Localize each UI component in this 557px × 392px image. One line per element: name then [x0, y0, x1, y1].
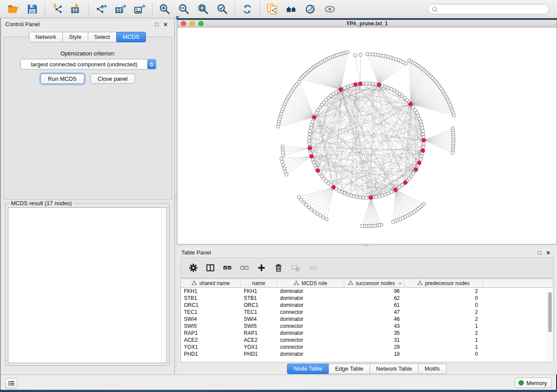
- mcds-tab-content: Optimization criterion: largest connecte…: [3, 37, 172, 200]
- table-toolbar-add-row-button[interactable]: [256, 263, 266, 273]
- search-icon: [432, 6, 438, 13]
- table-toolbar-deselect-all-button[interactable]: [239, 263, 249, 273]
- table-row[interactable]: PHD1 PHD1 dominator 18 0: [181, 351, 553, 358]
- table-toolbar-delete-table-button[interactable]: [290, 263, 301, 273]
- table-toolbar-settings-button[interactable]: [188, 263, 198, 273]
- select-stepper-icon: [147, 59, 156, 69]
- toolbar-buttons: [3, 3, 339, 16]
- table-header: shared name name MCDS role successor nod…: [181, 279, 553, 288]
- zoom-selected-icon: [217, 3, 228, 15]
- table-row[interactable]: TEC1 TEC1 connector 47 2: [181, 309, 553, 316]
- table-toolbar-split-columns-button[interactable]: [205, 263, 215, 273]
- export-table-icon: [115, 3, 126, 15]
- toolbar-refresh-layout-button[interactable]: [241, 3, 254, 16]
- home-icon: [286, 3, 297, 15]
- toolbar-hide-graphics-button[interactable]: [304, 3, 317, 16]
- toolbar-separator: [89, 3, 89, 16]
- optimization-criterion-select[interactable]: largest connected component (undirected): [21, 59, 157, 69]
- close-panel-button[interactable]: Close panel: [90, 74, 135, 84]
- add-row-icon: [257, 264, 266, 272]
- refresh-layout-icon: [242, 3, 253, 15]
- toolbar-export-image-button[interactable]: [133, 3, 146, 16]
- frame-focus-corner: [176, 16, 180, 20]
- task-history-button[interactable]: [5, 378, 17, 389]
- toolbar-open-file-button[interactable]: [7, 3, 20, 16]
- mcds-list-scrollbar[interactable]: [161, 208, 166, 363]
- mcds-result-title: MCDS result (17 nodes): [9, 200, 73, 206]
- tab-mcds[interactable]: MCDS: [116, 32, 146, 42]
- table-row[interactable]: STB1 STB1 dominator 62 0: [181, 295, 553, 302]
- toolbar-home-button[interactable]: [285, 3, 298, 16]
- tab-network-table[interactable]: Network Table: [370, 364, 419, 374]
- toolbar-zoom-out-button[interactable]: [177, 3, 190, 16]
- shared-column-icon: [417, 280, 423, 286]
- toolbar-save-session-button[interactable]: [26, 3, 39, 16]
- tab-style[interactable]: Style: [62, 32, 88, 42]
- delete-table-icon: [291, 264, 300, 272]
- tab-node-table[interactable]: Node Table: [287, 364, 329, 374]
- toolbar-separator: [259, 3, 260, 16]
- table-toolbar-select-all-button[interactable]: [222, 263, 232, 273]
- table-panel-close-button[interactable]: ×: [544, 249, 553, 256]
- table-toolbar-delete-row-button[interactable]: [273, 263, 284, 273]
- table-row[interactable]: RAP1 RAP1 dominator 35 2: [181, 330, 553, 337]
- table-toolbar-function-builder-button[interactable]: f(x): [307, 263, 318, 273]
- toolbar-show-graphics-button[interactable]: [323, 3, 336, 16]
- tab-select[interactable]: Select: [88, 32, 117, 42]
- settings-icon: [189, 264, 197, 272]
- table-panel-title: Table Panel: [181, 249, 211, 256]
- toolbar-zoom-in-button[interactable]: [158, 3, 171, 16]
- network-window-titlebar[interactable]: YPA_prune.txt_1: [177, 20, 557, 28]
- column-header-predecessor-nodes[interactable]: predecessor nodes: [405, 279, 483, 287]
- memory-button[interactable]: Memory: [515, 378, 552, 388]
- control-panel-close-button[interactable]: ×: [161, 21, 170, 28]
- table-row[interactable]: FKH1 FKH1 dominator 96 2: [181, 288, 553, 295]
- toolbar-import-table-button[interactable]: [70, 3, 83, 16]
- table-row[interactable]: SWI4 SWI4 dominator 46 2: [181, 316, 553, 323]
- mcds-result-list[interactable]: [8, 207, 167, 363]
- table-scrollbar-thumb[interactable]: [548, 292, 552, 332]
- toolbar-separator: [152, 3, 152, 16]
- optimization-criterion-label: Optimization criterion:: [4, 50, 172, 57]
- network-graph[interactable]: [177, 28, 557, 244]
- network-canvas[interactable]: [177, 28, 557, 244]
- control-panel-title: Control Panel: [5, 21, 40, 28]
- save-session-icon: [27, 3, 38, 15]
- run-mcds-button[interactable]: Run MCDS: [41, 74, 84, 84]
- search-box: [428, 4, 549, 14]
- table-row[interactable]: SWI5 SWI5 connector 43 1: [181, 323, 553, 330]
- mcds-result-group: MCDS result (17 nodes): [5, 203, 170, 366]
- table-scrollbar[interactable]: [547, 289, 553, 361]
- zoom-out-icon: [178, 3, 190, 15]
- control-panel: Control Panel □ × NetworkStyleSelectMCDS…: [1, 18, 175, 375]
- table-tabs: Node TableEdge TableNetwork TableMotifs: [177, 364, 557, 374]
- table-row[interactable]: ACE2 ACE2 connector 31 1: [181, 337, 553, 344]
- control-panel-tabs: NetworkStyleSelectMCDS: [1, 32, 174, 42]
- column-header-name[interactable]: name: [241, 279, 277, 287]
- table-panel-header: Table Panel □ ×: [177, 247, 557, 258]
- memory-label: Memory: [526, 380, 547, 386]
- tab-network[interactable]: Network: [29, 32, 63, 42]
- search-input[interactable]: [440, 5, 545, 14]
- list-icon: [8, 380, 15, 387]
- column-header-mcds-role[interactable]: MCDS role: [277, 279, 344, 287]
- toolbar-import-network-button[interactable]: [51, 3, 64, 16]
- toolbar-zoom-selected-button[interactable]: [216, 3, 229, 16]
- status-bar: Memory: [1, 375, 556, 390]
- tab-edge-table[interactable]: Edge Table: [329, 364, 370, 374]
- toolbar-zoom-fit-button[interactable]: [197, 3, 210, 16]
- function-builder-icon: f(x): [308, 264, 317, 272]
- column-header-successor-nodes[interactable]: successor nodes: [344, 279, 405, 287]
- toolbar-export-table-button[interactable]: [114, 3, 127, 16]
- column-header-shared-name[interactable]: shared name: [181, 279, 241, 287]
- mcds-buttons: Run MCDS Close panel: [4, 74, 172, 84]
- zoom-fit-icon: [197, 3, 209, 15]
- tab-motifs[interactable]: Motifs: [418, 364, 446, 374]
- table-panel-float-button[interactable]: □: [535, 250, 544, 255]
- table-row[interactable]: YOX1 YOX1 connector 29 1: [181, 344, 553, 351]
- toolbar-export-network-button[interactable]: [95, 3, 108, 16]
- network-window: YPA_prune.txt_1: [177, 20, 557, 244]
- table-row[interactable]: ORC1 ORC1 dominator 61 0: [181, 302, 553, 309]
- control-panel-float-button[interactable]: □: [152, 21, 161, 27]
- toolbar-clone-network-button[interactable]: [266, 3, 279, 16]
